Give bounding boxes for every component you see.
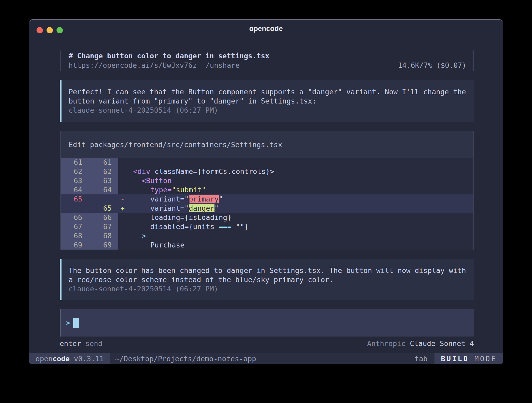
old-line-number: 67 <box>61 222 89 231</box>
edit-tool-header: Edit packages/frontend/src/containers/Se… <box>61 131 473 158</box>
message-text: Perfect! I can see that the Button compo… <box>69 87 468 96</box>
message-text: The button color has been changed to dan… <box>69 266 468 275</box>
working-directory: ~/Desktop/Projects/demo-notes-app <box>115 353 256 364</box>
session-meta-row: https://opencode.ai/s/UwJxv76z /unshare … <box>69 61 466 70</box>
old-line-number: 69 <box>61 240 89 250</box>
window-titlebar: opencode <box>29 20 503 39</box>
provider-name: Anthropic <box>367 339 406 348</box>
code-diff: 61616262 <div className={formCs.controls… <box>61 158 473 250</box>
context-usage-stats: 14.6K/7% ($0.07) <box>398 61 466 70</box>
new-line-number: 64 <box>89 185 118 194</box>
mode-suffix: MODE <box>469 355 497 363</box>
message-text: a red/rose color scheme instead of the b… <box>69 275 468 284</box>
keybind-key: enter <box>60 339 81 348</box>
assistant-message: Perfect! I can see that the Button compo… <box>60 80 474 122</box>
send-keybind-hint: enter send <box>60 339 103 348</box>
session-title: # Change button color to danger in setti… <box>69 51 466 61</box>
old-line-number <box>61 204 89 213</box>
keybind-action: send <box>85 339 103 348</box>
message-model-timestamp: claude-sonnet-4-20250514 (06:27 PM) <box>69 106 468 115</box>
tab-keybind-hint[interactable]: tab <box>415 353 428 364</box>
mode-name: BUILD <box>441 355 469 363</box>
diff-code-line: <div className={formCs.controls}> <box>118 167 473 176</box>
session-content: # Change button color to danger in setti… <box>29 39 503 353</box>
new-line-number: 62 <box>89 167 118 176</box>
app-name-open: open <box>35 355 53 363</box>
new-line-number: 66 <box>89 213 118 222</box>
diff-row: 6464 type="submit" <box>61 185 473 194</box>
diff-row: 6262 <div className={formCs.controls}> <box>61 167 473 176</box>
app-name-code: code <box>53 355 70 363</box>
old-line-number: 68 <box>61 231 89 240</box>
old-line-number: 64 <box>61 185 89 194</box>
opencode-window: opencode # Change button color to danger… <box>29 19 503 364</box>
app-version: v0.3.11 <box>70 355 104 363</box>
diff-row: 65+ variant="danger" <box>61 204 473 213</box>
old-line-number: 62 <box>61 167 89 176</box>
assistant-message: The button color has been changed to dan… <box>60 259 474 300</box>
diff-row: 6767 disabled={units === ""} <box>61 222 473 231</box>
new-line-number: 68 <box>89 231 118 240</box>
diff-code-line: + variant="danger" <box>118 204 473 213</box>
window-title: opencode <box>29 25 503 33</box>
session-header: # Change button color to danger in setti… <box>60 50 474 71</box>
new-line-number: 63 <box>89 176 118 185</box>
edit-tool-call: Edit packages/frontend/src/containers/Se… <box>60 131 474 250</box>
footer-hints: enter send Anthropic Claude Sonnet 4 <box>60 339 474 348</box>
new-line-number: 67 <box>89 222 118 231</box>
unshare-command[interactable]: /unshare <box>206 61 240 70</box>
diff-row: 65- variant="primary" <box>61 194 473 204</box>
diff-code-line: > <box>118 231 473 240</box>
status-bar-spacer <box>256 353 415 364</box>
diff-row: 6161 <box>61 158 473 167</box>
diff-code-line: disabled={units === ""} <box>118 222 473 231</box>
diff-code-line: loading={isLoading} <box>118 213 473 222</box>
old-line-number: 63 <box>61 176 89 185</box>
text-cursor <box>73 318 79 328</box>
message-model-timestamp: claude-sonnet-4-20250514 (06:27 PM) <box>69 284 468 293</box>
diff-row: 6868 > <box>61 231 473 240</box>
share-url-link[interactable]: https://opencode.ai/s/UwJxv76z <box>69 61 197 70</box>
model-name: Claude Sonnet 4 <box>410 339 474 348</box>
diff-code-line: type="submit" <box>118 185 473 194</box>
new-line-number: 61 <box>89 158 118 167</box>
diff-code-line: Purchase <box>118 240 473 250</box>
diff-code-line: <Button <box>118 176 473 185</box>
diff-code-line: - variant="primary" <box>118 194 473 204</box>
diff-row: 6363 <Button <box>61 176 473 185</box>
new-line-number <box>89 194 118 204</box>
model-indicator: Anthropic Claude Sonnet 4 <box>367 339 474 348</box>
build-mode-chip[interactable]: BUILD MODE <box>434 353 503 364</box>
message-text: button variant from "primary" to "danger… <box>69 96 468 106</box>
old-line-number: 65 <box>61 194 89 204</box>
old-line-number: 66 <box>61 213 89 222</box>
app-version-chip: opencode v0.3.11 <box>29 353 110 364</box>
new-line-number: 65 <box>89 204 118 213</box>
old-line-number: 61 <box>61 158 89 167</box>
diff-row: 6666 loading={isLoading} <box>61 213 473 222</box>
diff-code-line <box>118 158 473 167</box>
diff-row: 6969 Purchase <box>61 240 473 250</box>
prompt-input[interactable]: > <box>60 309 474 337</box>
new-line-number: 69 <box>89 240 118 250</box>
status-bar: opencode v0.3.11 ~/Desktop/Projects/demo… <box>29 353 503 364</box>
prompt-symbol: > <box>66 318 70 328</box>
